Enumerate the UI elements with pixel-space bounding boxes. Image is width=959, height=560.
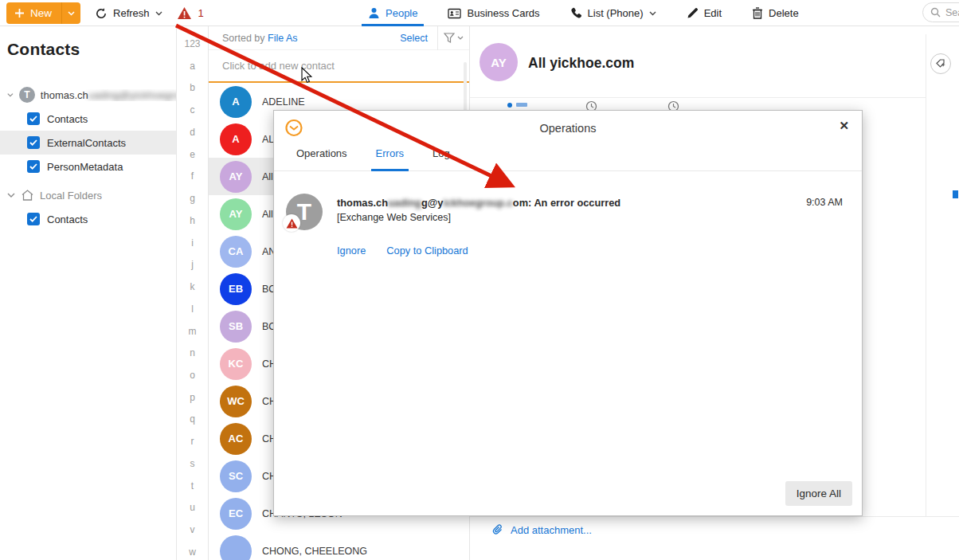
- alpha-item[interactable]: d: [190, 127, 195, 138]
- contact-avatar: SC: [220, 460, 252, 492]
- paperclip-icon: [492, 523, 503, 536]
- refresh-button[interactable]: Refresh: [95, 7, 162, 20]
- sidebar-item-personmetadata[interactable]: PersonMetadata: [0, 155, 176, 178]
- alpha-item[interactable]: i: [191, 237, 194, 249]
- tab-operations[interactable]: Operations: [296, 147, 347, 170]
- person-icon: [368, 7, 380, 19]
- alpha-item[interactable]: k: [190, 281, 195, 292]
- chevron-expanded-icon[interactable]: [7, 193, 15, 198]
- alpha-item[interactable]: e: [190, 149, 195, 160]
- contact-detail-name: All yickhoe.com: [528, 55, 634, 72]
- error-message: thomas.chuadingg@yickhoegroup.com: An er…: [337, 197, 779, 223]
- alpha-item[interactable]: s: [190, 458, 195, 469]
- warning-triangle-icon: [177, 6, 192, 20]
- scroll-indicator: [953, 190, 958, 198]
- contact-avatar: A: [220, 86, 252, 118]
- ignore-link[interactable]: Ignore: [337, 245, 366, 257]
- dialog-titlebar: Operations ✕: [274, 111, 862, 147]
- delete-button[interactable]: Delete: [749, 0, 802, 26]
- search-icon: [930, 7, 941, 18]
- alpha-item[interactable]: f: [191, 170, 194, 182]
- operations-error-indicator[interactable]: 1: [177, 6, 204, 20]
- alpha-item[interactable]: o: [190, 370, 195, 381]
- contact-avatar: EB: [220, 273, 252, 305]
- add-attachment-link[interactable]: Add attachment...: [492, 523, 592, 536]
- chevron-down-icon: [649, 11, 656, 16]
- sidebar-item-contacts[interactable]: Contacts: [0, 107, 176, 131]
- tab-list-phone[interactable]: List (Phone): [567, 0, 660, 26]
- error-badge: [283, 214, 300, 232]
- local-folders-node[interactable]: Local Folders: [0, 183, 176, 207]
- dialog-title: Operations: [274, 122, 862, 135]
- contact-avatar: A: [220, 123, 252, 155]
- tab-errors[interactable]: Errors: [376, 147, 404, 170]
- contact-avatar: EC: [220, 498, 252, 530]
- plus-icon: [14, 8, 25, 18]
- checkbox-checked[interactable]: [27, 160, 40, 173]
- error-source: [Exchange Web Services]: [337, 212, 779, 223]
- alpha-item[interactable]: a: [190, 61, 195, 72]
- alpha-item[interactable]: j: [191, 259, 194, 270]
- add-contact-field[interactable]: Click to add new contact: [209, 50, 469, 83]
- phone-icon: [570, 7, 582, 19]
- pencil-icon: [687, 7, 699, 19]
- alpha-item[interactable]: c: [190, 104, 195, 116]
- clipped-tab-fragment: [516, 103, 527, 107]
- filter-button[interactable]: [437, 26, 469, 50]
- sidebar-item-local-contacts[interactable]: Contacts: [0, 207, 176, 231]
- tab-log[interactable]: Log: [433, 147, 450, 170]
- sort-field-link[interactable]: File As: [268, 33, 298, 44]
- select-link[interactable]: Select: [400, 33, 428, 44]
- alpha-item[interactable]: m: [189, 326, 197, 337]
- error-title: thomas.chuadingg@yickhoegroup.com: An er…: [337, 197, 779, 209]
- add-tag-button[interactable]: [930, 53, 951, 74]
- alpha-item[interactable]: b: [190, 82, 195, 93]
- dialog-tabs: Operations Errors Log: [274, 147, 862, 171]
- trash-icon: [752, 7, 763, 19]
- tab-people[interactable]: People: [365, 0, 421, 26]
- contact-avatar: AY: [220, 161, 252, 193]
- copy-to-clipboard-link[interactable]: Copy to Clipboard: [386, 245, 468, 257]
- checkbox-checked[interactable]: [27, 136, 40, 149]
- alpha-item[interactable]: p: [190, 392, 195, 403]
- contact-avatar: WC: [220, 386, 252, 417]
- contact-row[interactable]: CHONG, CHEELEONG: [209, 532, 469, 560]
- account-avatar: T: [19, 87, 35, 103]
- contact-avatar: SB: [220, 311, 252, 343]
- alpha-item[interactable]: v: [190, 524, 195, 535]
- home-icon: [21, 189, 34, 202]
- checkbox-checked[interactable]: [27, 213, 40, 225]
- close-icon[interactable]: ✕: [839, 119, 849, 131]
- tab-business-cards[interactable]: Business Cards: [444, 0, 542, 26]
- alpha-item[interactable]: u: [190, 502, 195, 513]
- alpha-item[interactable]: q: [190, 413, 195, 425]
- search-input[interactable]: [945, 7, 959, 18]
- new-button[interactable]: New: [6, 2, 80, 24]
- ignore-all-button[interactable]: Ignore All: [785, 481, 852, 506]
- alpha-item[interactable]: w: [189, 546, 196, 558]
- edit-button[interactable]: Edit: [683, 0, 725, 26]
- filter-funnel-icon: [444, 33, 455, 43]
- toolbar: New Refresh 1 People Business Cards: [0, 0, 959, 26]
- alpha-item[interactable]: h: [190, 215, 195, 226]
- local-folders-label: Local Folders: [40, 190, 102, 202]
- account-node[interactable]: T thomas.chuading@yickhoegroup.com: [0, 83, 176, 107]
- alpha-item[interactable]: t: [191, 480, 194, 491]
- chevron-expanded-icon[interactable]: [7, 92, 14, 98]
- contact-avatar: CA: [220, 236, 252, 268]
- chevron-down-icon: [155, 11, 162, 16]
- account-name: thomas.chuading@yickhoegroup.com: [41, 89, 176, 101]
- alpha-item[interactable]: g: [190, 193, 195, 204]
- chevron-down-icon: [457, 36, 464, 40]
- sidebar-item-externalcontacts[interactable]: ExternalContacts: [0, 131, 176, 155]
- new-dropdown-arrow[interactable]: [62, 11, 80, 16]
- alpha-item[interactable]: 123: [184, 38, 200, 49]
- alpha-item[interactable]: r: [191, 436, 194, 447]
- alpha-item[interactable]: n: [190, 347, 195, 358]
- tag-plus-icon: [935, 58, 946, 69]
- contact-card-icon: [448, 8, 461, 19]
- search-box[interactable]: [922, 2, 959, 22]
- alpha-item[interactable]: l: [191, 303, 194, 315]
- chevron-down-icon: [68, 11, 75, 16]
- checkbox-checked[interactable]: [27, 112, 40, 125]
